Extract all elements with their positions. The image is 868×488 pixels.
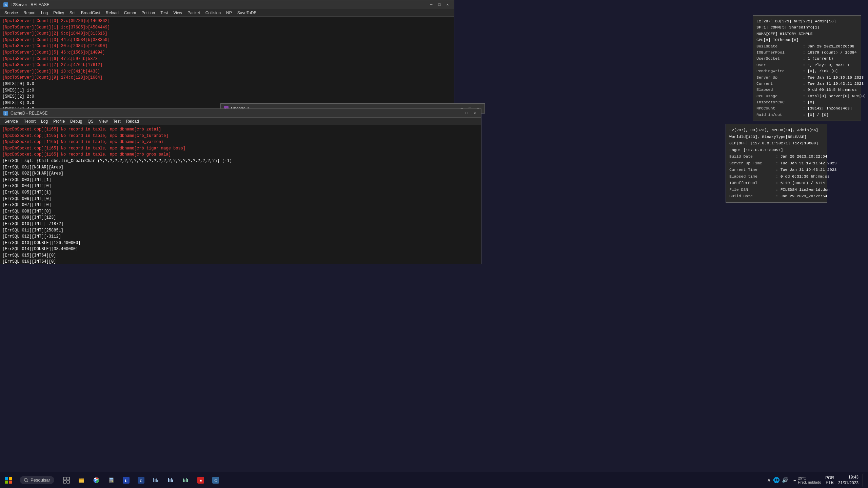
cached-info-panel: L2[287], DB[373], NPCDB[14], Admin[56] W… — [726, 124, 827, 203]
app-icon[interactable]: ⬡ — [209, 473, 222, 487]
menu-np[interactable]: NP — [223, 10, 235, 16]
cached-menu-profile[interactable]: Profile — [51, 118, 67, 124]
l2server-maximize-button[interactable]: □ — [436, 2, 443, 8]
info-builddate: BuildDate : Jan 29 2023_20:26:08 — [756, 43, 857, 49]
cached-console-line: [ErrSQL 013][DOUBLE][126.400000] — [2, 240, 479, 246]
info-pendingwrite: PendingWrite : [0], /16k [0] — [756, 68, 857, 74]
menu-view[interactable]: View — [171, 10, 185, 16]
l2server-close-button[interactable]: ✕ — [444, 2, 451, 8]
l2server-icon: S — [3, 2, 8, 7]
l2server-console-line: [SNIS][0] 0:0 — [2, 81, 452, 87]
l2server-minimize-button[interactable]: ─ — [428, 2, 435, 8]
taskview-button[interactable] — [60, 473, 73, 487]
cached-menu-reload[interactable]: Reload — [123, 118, 142, 124]
menu-broadcast[interactable]: BroadCast — [78, 10, 103, 16]
info-user: User : 1, Play: 0, MAX: 1 — [756, 62, 857, 68]
cinfo-serverup: Server Up Time : Tue Jan 31 19:11:42 202… — [729, 160, 824, 167]
chrome-icon[interactable] — [90, 473, 103, 487]
cached-console-line: [ErrSQL 008][INT][0] — [2, 208, 479, 215]
l2server-title-bar[interactable]: S L2Server - RELEASE ─ □ ✕ — [0, 0, 454, 9]
svg-rect-25 — [112, 480, 113, 481]
menu-collision[interactable]: Collision — [203, 10, 223, 16]
svg-rect-36 — [157, 480, 158, 482]
lang-code: POR — [825, 475, 834, 480]
cached-menu-test[interactable]: Test — [111, 118, 123, 124]
svg-point-10 — [24, 478, 27, 481]
bars1-icon[interactable] — [149, 473, 163, 487]
cached-title-bar[interactable]: C CacheD - RELEASE ─ □ ✕ — [0, 109, 481, 118]
l2server-console-line: [NpcToServer][Count][2] 9:c[18440]b[3136… — [2, 30, 452, 37]
cached-console-line: [ErrSQL 016][INT64][0] — [2, 259, 479, 264]
cached-minimize-button[interactable]: ─ — [455, 110, 462, 116]
info-iobufferpool: IOBufferPool : 16379 (count) / 16384 — [756, 49, 857, 56]
info-line2: SF[1] COMM[5] SharedInfo[1] — [756, 24, 857, 30]
cached-console-line: [ErrSQL 005][INT][1] — [2, 189, 479, 196]
l2server-info-panel: L2[287] DB[373] NPC[272] Admin[56] SF[1]… — [753, 15, 861, 121]
l2server-console-line: [NpcToServer][Count][8] 18:c[341]b[4433] — [2, 68, 452, 75]
menu-policy[interactable]: Policy — [51, 10, 67, 16]
cached-console-line: [ErrSQL 011][INT][258851] — [2, 227, 479, 234]
menu-comm[interactable]: Comm — [121, 10, 139, 16]
cached-menu-service[interactable]: Service — [2, 118, 21, 124]
clock-date: 31/01/2023 — [838, 480, 859, 486]
svg-rect-38 — [170, 479, 171, 482]
tray-up-arrow[interactable]: ∧ — [767, 477, 771, 483]
show-desktop-button[interactable] — [863, 473, 865, 487]
info-line4: CPU[8] IOThread[8] — [756, 37, 857, 43]
explorer-icon[interactable] — [75, 473, 88, 487]
menu-packet[interactable]: Packet — [185, 10, 203, 16]
bars2-icon[interactable] — [164, 473, 178, 487]
svg-rect-12 — [63, 477, 66, 480]
menu-report[interactable]: Report — [21, 10, 38, 16]
svg-rect-27 — [111, 481, 112, 482]
l2server-console: [NpcToServer][Count][0] 2:c[39726]b[1469… — [0, 17, 454, 113]
cached-icon: C — [3, 110, 8, 116]
svg-rect-33 — [153, 478, 154, 482]
start-button[interactable] — [0, 472, 17, 488]
info-usersocket: UserSocket : 1 (current) — [756, 56, 857, 62]
bars3-icon[interactable] — [179, 473, 193, 487]
info-serverup: Server Up : Tue Jan 31 19:30:16 2023 — [756, 75, 857, 81]
red-icon[interactable]: ■ — [194, 473, 208, 487]
svg-rect-34 — [155, 479, 156, 482]
cached-taskbar-icon[interactable]: C — [134, 473, 148, 487]
svg-rect-42 — [184, 480, 185, 482]
system-clock[interactable]: 19:43 31/01/2023 — [838, 474, 859, 486]
menu-petition[interactable]: Petition — [139, 10, 158, 16]
taskbar-pinned-icons: L C — [60, 473, 222, 487]
menu-log[interactable]: Log — [38, 10, 51, 16]
l2server-taskbar-icon[interactable]: L — [119, 473, 133, 487]
l2server-console-line: [NpcToServer][Count][6] 47:c[597]b[5373] — [2, 56, 452, 62]
cached-close-button[interactable]: ✕ — [471, 110, 478, 116]
cached-menu-debug[interactable]: Debug — [67, 118, 85, 124]
cached-menu-report[interactable]: Report — [21, 118, 38, 124]
menu-test[interactable]: Test — [158, 10, 171, 16]
svg-rect-6 — [5, 477, 8, 480]
cached-console-line: [ErrSQL 009][INT][123] — [2, 215, 479, 221]
svg-rect-35 — [156, 479, 157, 482]
cached-menu-log[interactable]: Log — [38, 118, 51, 124]
language-indicator[interactable]: POR PTB — [825, 475, 834, 485]
menu-reload[interactable]: Reload — [103, 10, 121, 16]
svg-rect-41 — [183, 479, 184, 482]
cached-console-line: [ErrSQL 007][INT][0] — [2, 202, 479, 208]
cached-maximize-button[interactable]: □ — [463, 110, 470, 116]
l2server-console-line: [NpcToServer][Count][4] 30:c[2084]b[2164… — [2, 43, 452, 49]
svg-rect-43 — [186, 478, 187, 482]
cached-menu-qs[interactable]: QS — [85, 118, 96, 124]
l2server-console-line: [SNIS][1] 1:0 — [2, 87, 452, 94]
menu-set[interactable]: Set — [67, 10, 78, 16]
taskbar: Pesquisar — [0, 472, 868, 488]
menu-savetodb[interactable]: SaveToDB — [235, 10, 259, 16]
l2server-console-line: [NpcToServer][Count][0] 2:c[39726]b[1469… — [2, 18, 452, 24]
taskbar-search-bar[interactable]: Pesquisar — [20, 476, 54, 484]
search-label: Pesquisar — [31, 477, 50, 483]
cached-console: [NpcDbSocket.cpp][1165] No record in tab… — [0, 125, 481, 264]
calculator-icon[interactable] — [104, 473, 118, 487]
info-raidinout: Raid in/out : [0] / [0] — [756, 112, 857, 118]
weather-widget[interactable]: ☁ 29°C Pred. nublado — [793, 476, 821, 484]
cinfo-builddate2: Build Date : Jan 29 2023_20:22:54 — [729, 193, 824, 200]
cinfo-line3: GIP[OFF] [127.0.0.1:30271] Tick[10000] — [729, 140, 824, 147]
cached-menu-view[interactable]: View — [96, 118, 111, 124]
menu-service[interactable]: Service — [2, 10, 21, 16]
